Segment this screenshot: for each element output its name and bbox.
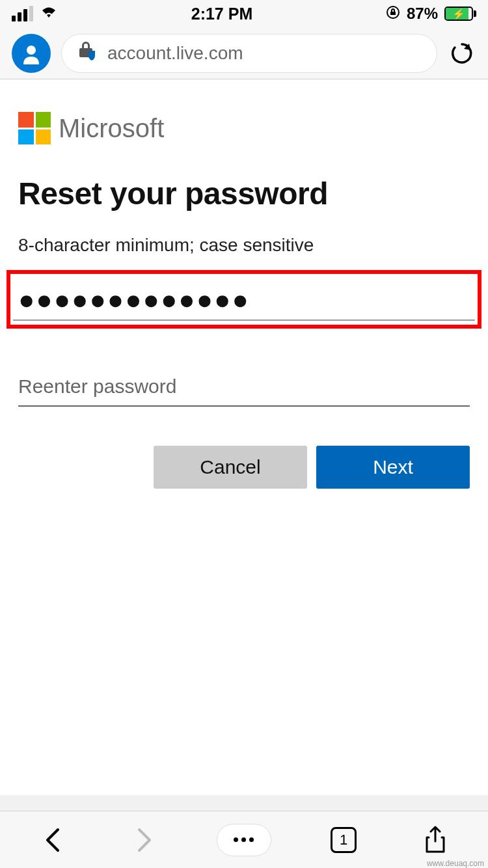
cancel-button[interactable]: Cancel: [154, 446, 307, 489]
battery-percent: 87%: [407, 5, 438, 23]
tabs-button[interactable]: 1: [324, 821, 363, 860]
cellular-signal-icon: [12, 6, 33, 21]
chevron-right-icon: [135, 827, 154, 853]
profile-avatar[interactable]: [12, 34, 51, 73]
orientation-lock-icon: [386, 5, 400, 23]
wifi-icon: [40, 5, 58, 23]
browser-bottom-bar: 1 www.deuaq.com: [0, 811, 488, 868]
share-icon: [424, 826, 447, 854]
address-bar[interactable]: account.live.com: [61, 34, 437, 73]
forward-button[interactable]: [125, 821, 164, 860]
button-row: Cancel Next: [18, 446, 470, 489]
brand-name: Microsoft: [59, 114, 164, 143]
dots-icon: [234, 837, 238, 842]
chevron-left-icon: [44, 827, 62, 853]
password-input[interactable]: [13, 280, 475, 321]
browser-top-bar: account.live.com: [0, 27, 488, 79]
menu-button[interactable]: [217, 824, 271, 856]
battery-icon: ⚡: [444, 7, 476, 21]
reload-button[interactable]: [448, 39, 476, 68]
reenter-password-input[interactable]: [18, 368, 470, 407]
back-button[interactable]: [33, 821, 72, 860]
page-title: Reset your password: [18, 176, 470, 211]
share-button[interactable]: [416, 821, 455, 860]
next-button[interactable]: Next: [316, 446, 470, 489]
svg-point-1: [27, 46, 36, 55]
tab-count: 1: [331, 827, 357, 853]
watermark: www.deuaq.com: [427, 859, 484, 868]
status-time: 2:17 PM: [191, 5, 252, 23]
password-requirements: 8-character minimum; case sensitive: [18, 235, 470, 256]
password-field-wrap: [7, 270, 481, 329]
status-bar: 2:17 PM 87% ⚡: [0, 0, 488, 27]
person-icon: [20, 42, 42, 64]
reenter-field-wrap: [18, 368, 470, 407]
page-content: Microsoft Reset your password 8-characte…: [0, 79, 488, 795]
brand-row: Microsoft: [18, 112, 470, 144]
lock-shield-icon: [77, 40, 97, 66]
microsoft-logo-icon: [18, 112, 51, 144]
reload-icon: [450, 41, 474, 66]
url-text: account.live.com: [107, 43, 243, 64]
